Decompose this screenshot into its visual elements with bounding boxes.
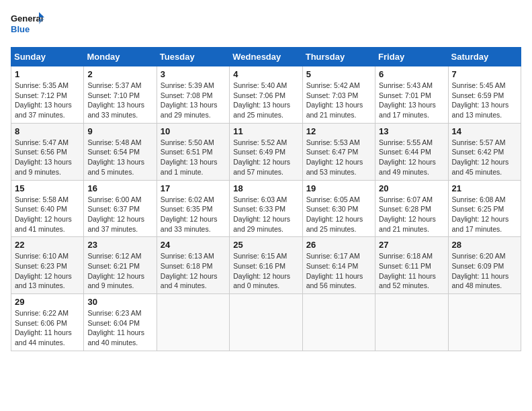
day-number: 18 bbox=[233, 183, 298, 193]
day-cell: 8Sunrise: 5:47 AMSunset: 6:56 PMDaylight… bbox=[11, 123, 84, 180]
day-cell: 30Sunrise: 6:23 AMSunset: 6:04 PMDayligh… bbox=[84, 294, 157, 351]
day-number: 23 bbox=[87, 240, 152, 250]
day-number: 22 bbox=[15, 240, 80, 250]
day-number: 5 bbox=[306, 69, 371, 79]
day-info: Sunrise: 6:22 AMSunset: 6:06 PMDaylight:… bbox=[15, 308, 80, 348]
header-row: SundayMondayTuesdayWednesdayThursdayFrid… bbox=[11, 48, 521, 66]
day-info: Sunrise: 6:23 AMSunset: 6:04 PMDaylight:… bbox=[87, 308, 152, 348]
day-number: 3 bbox=[161, 69, 226, 79]
day-info: Sunrise: 5:58 AMSunset: 6:40 PMDaylight:… bbox=[15, 195, 80, 234]
day-number: 9 bbox=[87, 126, 152, 136]
day-info: Sunrise: 6:02 AMSunset: 6:35 PMDaylight:… bbox=[161, 195, 226, 234]
day-info: Sunrise: 6:15 AMSunset: 6:16 PMDaylight:… bbox=[233, 251, 298, 291]
day-cell: 15Sunrise: 5:58 AMSunset: 6:40 PMDayligh… bbox=[11, 180, 84, 237]
day-number: 28 bbox=[452, 240, 517, 250]
logo-svg: General Blue bbox=[11, 11, 44, 40]
logo: General Blue bbox=[11, 11, 44, 40]
col-header-sunday: Sunday bbox=[11, 48, 84, 66]
day-cell bbox=[157, 294, 229, 351]
day-info: Sunrise: 6:12 AMSunset: 6:21 PMDaylight:… bbox=[87, 251, 152, 291]
day-cell bbox=[302, 294, 375, 351]
day-info: Sunrise: 5:50 AMSunset: 6:51 PMDaylight:… bbox=[161, 138, 226, 177]
day-number: 12 bbox=[306, 126, 371, 136]
day-number: 7 bbox=[452, 69, 517, 79]
day-cell: 22Sunrise: 6:10 AMSunset: 6:23 PMDayligh… bbox=[11, 237, 84, 294]
day-info: Sunrise: 5:52 AMSunset: 6:49 PMDaylight:… bbox=[233, 138, 298, 177]
day-info: Sunrise: 5:55 AMSunset: 6:44 PMDaylight:… bbox=[379, 138, 444, 177]
day-cell: 5Sunrise: 5:42 AMSunset: 7:03 PMDaylight… bbox=[302, 66, 375, 124]
day-cell bbox=[448, 294, 521, 351]
week-row-1: 1Sunrise: 5:35 AMSunset: 7:12 PMDaylight… bbox=[11, 66, 521, 124]
day-number: 20 bbox=[379, 183, 444, 193]
day-info: Sunrise: 6:17 AMSunset: 6:14 PMDaylight:… bbox=[306, 251, 371, 291]
col-header-thursday: Thursday bbox=[302, 48, 375, 66]
col-header-friday: Friday bbox=[375, 48, 448, 66]
day-cell: 21Sunrise: 6:08 AMSunset: 6:25 PMDayligh… bbox=[448, 180, 521, 237]
day-cell: 14Sunrise: 5:57 AMSunset: 6:42 PMDayligh… bbox=[448, 123, 521, 180]
day-info: Sunrise: 6:08 AMSunset: 6:25 PMDaylight:… bbox=[452, 195, 517, 234]
day-cell: 17Sunrise: 6:02 AMSunset: 6:35 PMDayligh… bbox=[157, 180, 229, 237]
col-header-monday: Monday bbox=[84, 48, 157, 66]
day-number: 4 bbox=[233, 69, 298, 79]
day-cell: 27Sunrise: 6:18 AMSunset: 6:11 PMDayligh… bbox=[375, 237, 448, 294]
calendar-header: SundayMondayTuesdayWednesdayThursdayFrid… bbox=[11, 48, 521, 66]
calendar-table: SundayMondayTuesdayWednesdayThursdayFrid… bbox=[11, 47, 521, 351]
day-cell: 19Sunrise: 6:05 AMSunset: 6:30 PMDayligh… bbox=[302, 180, 375, 237]
calendar-body: 1Sunrise: 5:35 AMSunset: 7:12 PMDaylight… bbox=[11, 66, 521, 351]
day-number: 16 bbox=[87, 183, 152, 193]
day-cell: 11Sunrise: 5:52 AMSunset: 6:49 PMDayligh… bbox=[230, 123, 302, 180]
day-info: Sunrise: 5:47 AMSunset: 6:56 PMDaylight:… bbox=[15, 138, 80, 177]
day-number: 30 bbox=[87, 297, 152, 307]
day-cell: 2Sunrise: 5:37 AMSunset: 7:10 PMDaylight… bbox=[84, 66, 157, 124]
day-info: Sunrise: 6:13 AMSunset: 6:18 PMDaylight:… bbox=[161, 251, 226, 291]
day-number: 25 bbox=[233, 240, 298, 250]
week-row-2: 8Sunrise: 5:47 AMSunset: 6:56 PMDaylight… bbox=[11, 123, 521, 180]
day-info: Sunrise: 5:42 AMSunset: 7:03 PMDaylight:… bbox=[306, 81, 371, 120]
day-number: 24 bbox=[161, 240, 226, 250]
col-header-wednesday: Wednesday bbox=[230, 48, 302, 66]
day-info: Sunrise: 5:57 AMSunset: 6:42 PMDaylight:… bbox=[452, 138, 517, 177]
day-info: Sunrise: 5:43 AMSunset: 7:01 PMDaylight:… bbox=[379, 81, 444, 120]
day-number: 15 bbox=[15, 183, 80, 193]
day-cell: 6Sunrise: 5:43 AMSunset: 7:01 PMDaylight… bbox=[375, 66, 448, 124]
day-number: 29 bbox=[15, 297, 80, 307]
day-info: Sunrise: 5:48 AMSunset: 6:54 PMDaylight:… bbox=[87, 138, 152, 177]
day-cell: 24Sunrise: 6:13 AMSunset: 6:18 PMDayligh… bbox=[157, 237, 229, 294]
day-cell bbox=[230, 294, 302, 351]
day-cell: 25Sunrise: 6:15 AMSunset: 6:16 PMDayligh… bbox=[230, 237, 302, 294]
day-cell: 16Sunrise: 6:00 AMSunset: 6:37 PMDayligh… bbox=[84, 180, 157, 237]
day-number: 27 bbox=[379, 240, 444, 250]
day-cell: 20Sunrise: 6:07 AMSunset: 6:28 PMDayligh… bbox=[375, 180, 448, 237]
day-cell: 28Sunrise: 6:20 AMSunset: 6:09 PMDayligh… bbox=[448, 237, 521, 294]
day-info: Sunrise: 6:00 AMSunset: 6:37 PMDaylight:… bbox=[87, 195, 152, 234]
svg-text:Blue: Blue bbox=[11, 24, 30, 34]
day-cell: 23Sunrise: 6:12 AMSunset: 6:21 PMDayligh… bbox=[84, 237, 157, 294]
day-info: Sunrise: 5:35 AMSunset: 7:12 PMDaylight:… bbox=[15, 81, 80, 120]
day-info: Sunrise: 5:40 AMSunset: 7:06 PMDaylight:… bbox=[233, 81, 298, 120]
day-number: 19 bbox=[306, 183, 371, 193]
day-number: 10 bbox=[161, 126, 226, 136]
day-info: Sunrise: 5:39 AMSunset: 7:08 PMDaylight:… bbox=[161, 81, 226, 120]
day-info: Sunrise: 6:10 AMSunset: 6:23 PMDaylight:… bbox=[15, 251, 80, 291]
col-header-tuesday: Tuesday bbox=[157, 48, 229, 66]
day-cell: 7Sunrise: 5:45 AMSunset: 6:59 PMDaylight… bbox=[448, 66, 521, 124]
day-number: 17 bbox=[161, 183, 226, 193]
day-info: Sunrise: 6:05 AMSunset: 6:30 PMDaylight:… bbox=[306, 195, 371, 234]
page-header: General Blue bbox=[11, 11, 521, 40]
day-cell: 4Sunrise: 5:40 AMSunset: 7:06 PMDaylight… bbox=[230, 66, 302, 124]
day-cell: 3Sunrise: 5:39 AMSunset: 7:08 PMDaylight… bbox=[157, 66, 229, 124]
day-info: Sunrise: 6:07 AMSunset: 6:28 PMDaylight:… bbox=[379, 195, 444, 234]
day-info: Sunrise: 5:37 AMSunset: 7:10 PMDaylight:… bbox=[87, 81, 152, 120]
day-cell bbox=[375, 294, 448, 351]
day-cell: 13Sunrise: 5:55 AMSunset: 6:44 PMDayligh… bbox=[375, 123, 448, 180]
day-number: 8 bbox=[15, 126, 80, 136]
day-cell: 9Sunrise: 5:48 AMSunset: 6:54 PMDaylight… bbox=[84, 123, 157, 180]
day-cell: 10Sunrise: 5:50 AMSunset: 6:51 PMDayligh… bbox=[157, 123, 229, 180]
day-number: 1 bbox=[15, 69, 80, 79]
day-number: 11 bbox=[233, 126, 298, 136]
day-cell: 29Sunrise: 6:22 AMSunset: 6:06 PMDayligh… bbox=[11, 294, 84, 351]
day-number: 2 bbox=[87, 69, 152, 79]
day-number: 26 bbox=[306, 240, 371, 250]
day-number: 6 bbox=[379, 69, 444, 79]
day-cell: 26Sunrise: 6:17 AMSunset: 6:14 PMDayligh… bbox=[302, 237, 375, 294]
